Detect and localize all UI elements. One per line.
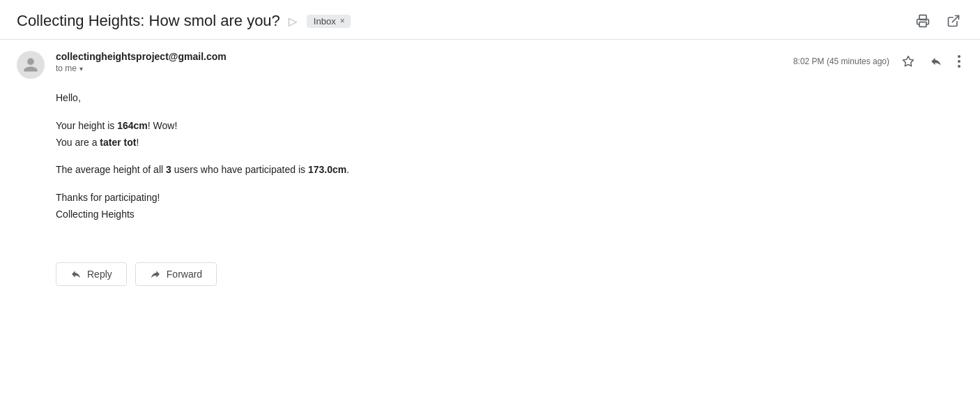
- action-buttons: Reply Forward: [0, 240, 980, 303]
- user-count: 3: [166, 164, 171, 175]
- reply-icon: [930, 55, 942, 68]
- email-subject: Collecting Heights: How smol are you?: [17, 12, 280, 30]
- email-body: Hello, Your height is 164cm! Wow! You ar…: [0, 87, 980, 240]
- category-line: You are a tater tot!: [56, 135, 963, 151]
- avatar-person-icon: [22, 57, 39, 73]
- height-prefix: Your height is: [56, 120, 117, 131]
- svg-point-5: [958, 55, 960, 58]
- message-meta: collectingheightsproject@gmail.com to me…: [0, 40, 980, 87]
- more-icon: [958, 55, 960, 68]
- height-line: Your height is 164cm! Wow!: [56, 118, 963, 135]
- more-options-button[interactable]: [955, 52, 963, 70]
- svg-point-7: [958, 65, 960, 68]
- thanks-line: Thanks for participating!: [56, 190, 963, 206]
- svg-point-6: [958, 60, 960, 63]
- sender-to: to me ▾: [56, 63, 793, 73]
- sender-email: collectingheightsproject@gmail.com: [56, 51, 793, 62]
- to-me-label: to me: [56, 63, 77, 73]
- reply-button-label: Reply: [87, 269, 112, 280]
- inbox-label: Inbox: [314, 16, 336, 27]
- forward-button-icon: [150, 269, 161, 280]
- print-icon: [916, 14, 930, 28]
- star-button[interactable]: [899, 52, 917, 70]
- svg-marker-4: [903, 57, 914, 66]
- category-prefix: You are a: [56, 137, 100, 148]
- average-line: The average height of all 3 users who ha…: [56, 162, 963, 179]
- height-value: 164cm: [117, 120, 148, 131]
- reply-button-icon: [70, 269, 82, 280]
- reply-button[interactable]: Reply: [56, 262, 127, 286]
- forward-button[interactable]: Forward: [135, 262, 217, 286]
- subject-arrow-icon: ▷: [289, 15, 297, 28]
- open-new-icon: [947, 14, 960, 28]
- signature-line: Collecting Heights: [56, 206, 963, 223]
- category-value: tater tot: [100, 137, 136, 148]
- email-container: Collecting Heights: How smol are you? ▷ …: [0, 0, 980, 406]
- greeting-line: Hello,: [56, 90, 963, 107]
- avatar: [17, 51, 45, 79]
- expand-recipients-icon[interactable]: ▾: [79, 65, 83, 73]
- open-in-new-button[interactable]: [944, 11, 963, 31]
- average-suffix: .: [346, 164, 349, 175]
- star-icon: [902, 55, 914, 68]
- svg-point-2: [926, 20, 927, 21]
- inbox-close-icon[interactable]: ×: [340, 16, 345, 26]
- inbox-badge: Inbox ×: [307, 15, 351, 28]
- reply-quick-button[interactable]: [927, 52, 945, 70]
- print-button[interactable]: [913, 11, 933, 31]
- meta-right: 8:02 PM (45 minutes ago): [793, 52, 963, 70]
- average-prefix: The average height of all: [56, 164, 166, 175]
- sender-info: collectingheightsproject@gmail.com to me…: [56, 51, 793, 73]
- svg-line-3: [952, 16, 958, 22]
- category-suffix: !: [136, 137, 139, 148]
- average-middle: users who have participated is: [171, 164, 308, 175]
- height-suffix: ! Wow!: [148, 120, 178, 131]
- average-height: 173.0cm: [308, 164, 346, 175]
- timestamp: 8:02 PM (45 minutes ago): [793, 57, 889, 66]
- forward-button-label: Forward: [167, 269, 202, 280]
- svg-rect-1: [919, 22, 926, 27]
- header-actions: [913, 11, 963, 31]
- email-header: Collecting Heights: How smol are you? ▷ …: [0, 0, 980, 40]
